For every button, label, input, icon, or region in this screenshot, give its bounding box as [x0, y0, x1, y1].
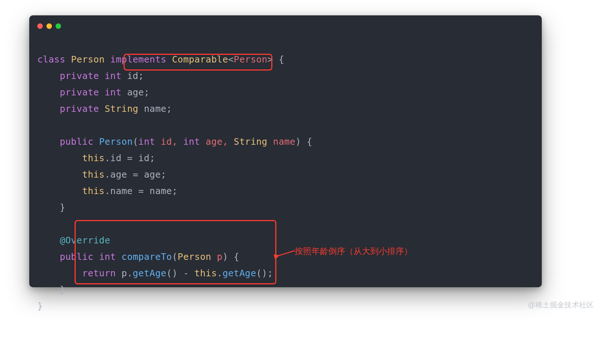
- kw-private: private: [60, 71, 99, 81]
- paren-open: (: [133, 136, 138, 147]
- cmp-body-d: ();: [256, 268, 273, 278]
- cmp-body-b: () -: [166, 268, 194, 278]
- this: this: [82, 169, 105, 180]
- generic-type: Person: [234, 54, 267, 65]
- field-name: name;: [138, 103, 172, 114]
- kw-private: private: [60, 103, 99, 114]
- ctor-p-string: String: [234, 136, 267, 147]
- method-compareTo: compareTo: [121, 251, 172, 262]
- generic-close: >: [267, 54, 273, 65]
- kw-public: public: [60, 251, 93, 262]
- stage: class Person implements Comparable<Perso…: [0, 0, 601, 364]
- ctor-p-name: name: [267, 136, 295, 147]
- this: this: [82, 153, 105, 163]
- close-dot-icon: [37, 23, 43, 29]
- cmp-getage1: getAge: [133, 268, 166, 278]
- ctor-name: Person: [99, 136, 133, 147]
- field-id: id;: [121, 71, 144, 81]
- kw-public: public: [60, 136, 93, 147]
- ctor-p-age: age,: [200, 136, 234, 147]
- type-string: String: [105, 103, 138, 114]
- kw-class: class: [37, 54, 65, 65]
- cmp-param-type: Person: [178, 251, 211, 262]
- generic-open: <: [228, 54, 234, 65]
- brace-close-outer: }: [37, 301, 43, 311]
- assign-id: .id = id;: [105, 153, 155, 163]
- this: this: [194, 268, 217, 278]
- ctor-brace: {: [301, 136, 313, 147]
- cmp-getage2: getAge: [223, 268, 256, 278]
- this: this: [82, 186, 105, 196]
- iface-name: Comparable: [172, 54, 228, 65]
- brace-close: }: [60, 202, 65, 213]
- kw-return: return: [82, 268, 116, 278]
- paren-open: (: [172, 251, 177, 262]
- kw-implements: implements: [110, 54, 167, 65]
- ctor-p-int: int: [138, 136, 155, 147]
- cmp-param-name: p: [211, 251, 223, 262]
- type-int: int: [105, 71, 121, 81]
- type-int: int: [105, 87, 121, 98]
- minimize-dot-icon: [46, 23, 52, 29]
- brace-open: {: [273, 54, 284, 65]
- maximize-dot-icon: [56, 23, 61, 29]
- watermark: @稀土掘金技术社区: [528, 300, 594, 310]
- cmp-body-a: p.: [116, 268, 133, 278]
- field-age: age;: [121, 87, 150, 98]
- ctor-p-int2: int: [183, 136, 200, 147]
- window-controls: [37, 23, 61, 29]
- paren-close: ): [295, 136, 301, 147]
- cmp-brace: {: [228, 251, 239, 262]
- code-card: class Person implements Comparable<Perso…: [29, 15, 542, 287]
- assign-age: .age = age;: [105, 169, 166, 180]
- brace-close: }: [60, 284, 65, 295]
- assign-name: .name = name;: [105, 186, 178, 196]
- class-name: Person: [71, 54, 105, 65]
- kw-private: private: [60, 87, 99, 98]
- annotation-text: 按照年龄倒序（从大到小排序）: [295, 246, 412, 257]
- cmp-body-c: .: [217, 268, 222, 278]
- paren-close: ): [223, 251, 228, 262]
- annotation-override: @Override: [60, 235, 110, 246]
- code-block: class Person implements Comparable<Perso…: [37, 51, 534, 314]
- type-int: int: [99, 251, 116, 262]
- ctor-p-id: id,: [155, 136, 183, 147]
